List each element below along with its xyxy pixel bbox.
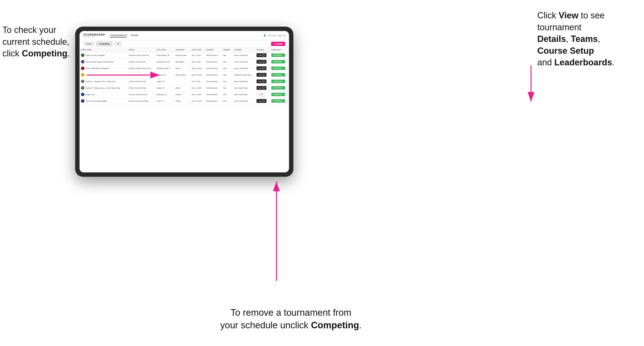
col-gender: GENDER xyxy=(222,48,233,52)
competing-button[interactable]: Competing ✓ xyxy=(271,93,286,96)
division-cell: NCAA Division I xyxy=(205,91,222,98)
tab-competing[interactable]: Competing xyxy=(96,42,112,46)
date-cell: Sep 18, 2023 xyxy=(190,72,205,78)
venue-cell: Trinity Forest Golf Club xyxy=(127,85,155,91)
nav-link-tournaments[interactable]: TOURNAMENTS xyxy=(110,34,127,37)
col-actions: ACTIONS xyxy=(255,48,270,52)
edit-button[interactable]: ✏ Edit xyxy=(256,93,265,96)
scoring-cell: team, Stroke Play xyxy=(233,98,255,104)
annotation-top-right: Click View to seetournamentDetails, Team… xyxy=(537,10,639,68)
competing-button[interactable]: Competing ✓ xyxy=(271,60,286,63)
division-cell: NCAA Division I xyxy=(205,98,222,104)
view-button[interactable]: View i xyxy=(256,79,266,83)
event-name: Folds of Honor Collegiate xyxy=(86,54,105,56)
annotation-bottom: To remove a tournament fromyour schedule… xyxy=(208,307,374,332)
team-logo: J xyxy=(81,80,84,83)
view-button[interactable]: View i xyxy=(256,66,266,70)
view-button[interactable]: View i xyxy=(256,73,266,77)
event-name: Copper Cup xyxy=(86,94,95,95)
info-icon: i xyxy=(262,80,265,83)
col-division: DIVISION xyxy=(205,48,222,52)
event-cell: F Folds of Honor Collegiate xyxy=(80,52,127,59)
event-cell: J Jackson T. Stephens Cup – Men's Match … xyxy=(80,85,127,91)
date-cell: Sep 9, 2023 xyxy=(190,59,205,65)
event-cell: J Jackson T. Stephens Cup – Stroke Play xyxy=(80,78,127,85)
event-name: John A. Burns Intercollegiate xyxy=(86,100,107,102)
nav-links: TOURNAMENTS TEAMS xyxy=(110,34,258,37)
scoring-cell: team, Match Play xyxy=(233,85,255,91)
hosted-cell: Arizona State xyxy=(174,72,190,78)
event-name: 2023 Sahalee Players Championship xyxy=(86,61,114,63)
competing-button[interactable]: Competing ✓ xyxy=(271,73,286,76)
competing-button[interactable]: Competing ✓ xyxy=(271,80,286,83)
competing-button[interactable]: Competing ✓ xyxy=(271,86,286,90)
hosted-cell: Illinois xyxy=(174,65,190,72)
team-logo: W xyxy=(81,60,84,63)
team-logo: H xyxy=(81,99,84,103)
competing-cell: Competing ✓ xyxy=(270,98,289,104)
view-button[interactable]: View i xyxy=(256,99,266,103)
hosted-cell: ABAC xyxy=(174,85,190,91)
info-icon: i xyxy=(262,60,265,63)
event-cell: A Copper Cup xyxy=(80,91,127,98)
date-cell: Sep 15, 2023 xyxy=(190,65,205,72)
competing-cell: Competing ✓ xyxy=(270,59,289,65)
view-button[interactable]: View i xyxy=(256,53,266,57)
col-hosted-by: HOSTED BY xyxy=(174,48,190,52)
actions-cell: View i xyxy=(255,78,270,85)
competing-button[interactable]: Competing ✓ xyxy=(271,67,286,70)
division-cell: NCAA Division I xyxy=(205,65,222,72)
view-button[interactable]: View i xyxy=(256,60,266,64)
user-icon: 👤 xyxy=(264,34,266,36)
competing-cell: Competing ✓ xyxy=(270,85,289,91)
scoring-cell: team, Stroke Play xyxy=(233,59,255,65)
col-scoring: SCORING xyxy=(233,48,255,52)
actions-cell: View i xyxy=(255,98,270,104)
date-cell: Feb 15, 2024 xyxy=(190,98,205,104)
city-cell: Sammamish, WA xyxy=(155,59,174,65)
event-cell: W 2023 Sahalee Players Championship xyxy=(80,59,127,65)
col-start-date: START DATE xyxy=(190,48,205,52)
info-icon: i xyxy=(262,54,265,56)
division-cell: NCAA Division I xyxy=(205,72,222,78)
gender-cell: Men xyxy=(222,72,233,78)
venue-cell: Ocean Course At Hokuala xyxy=(127,98,155,104)
scoring-cell: team, Match Play xyxy=(233,91,255,98)
event-name: Papago Individual xyxy=(86,74,99,76)
table-row: J Jackson T. Stephens Cup – Stroke Play … xyxy=(80,78,289,85)
nav-link-teams[interactable]: TEAMS xyxy=(131,34,138,37)
nav-bar: SCOREBOARD Powered by clippi TOURNAMENTS… xyxy=(80,31,289,40)
tournaments-table: EVENT NAME VENUE CITY, STATE HOSTED BY S… xyxy=(80,48,289,104)
city-cell: Dallas, TX xyxy=(155,85,174,91)
hosted-cell: Arizona xyxy=(174,91,190,98)
view-button[interactable]: View i xyxy=(256,86,266,90)
col-competing: COMPETING xyxy=(270,48,289,52)
tab-all[interactable]: All xyxy=(114,42,122,46)
event-cell: I OFCC Fighting Illini Invitational xyxy=(80,65,127,72)
info-icon: i xyxy=(262,100,265,102)
event-cell: H John A. Burns Intercollegiate xyxy=(80,98,127,104)
actions-cell: View i xyxy=(255,59,270,65)
sign-out-link[interactable]: Sign out xyxy=(278,34,285,36)
team-logo: J xyxy=(81,86,84,90)
scoring-cell: team, Stroke Play xyxy=(233,78,255,85)
col-event-name: EVENT NAME xyxy=(80,48,127,52)
city-cell: Olympia Fields, IL xyxy=(155,65,174,72)
table-header-row: EVENT NAME VENUE CITY, STATE HOSTED BY S… xyxy=(80,48,289,52)
venue-cell: Trinity Forest Golf Club xyxy=(127,78,155,85)
col-venue: VENUE xyxy=(127,48,155,52)
venue-cell: American Dunes Golf Club xyxy=(127,52,155,59)
division-cell: NCAA Division I xyxy=(205,78,222,85)
competing-button[interactable]: Competing ✓ xyxy=(271,99,286,103)
competing-cell: Competing ✓ xyxy=(270,72,289,78)
competing-button[interactable]: Competing ✓ xyxy=(271,53,286,57)
tablet-screen: SCOREBOARD Powered by clippi TOURNAMENTS… xyxy=(80,31,289,173)
tab-home[interactable]: Home xyxy=(84,42,94,46)
date-cell: Oct 9, 2023 xyxy=(190,78,205,85)
table-row: J Jackson T. Stephens Cup – Men's Match … xyxy=(80,85,289,91)
create-button[interactable]: + Create xyxy=(271,42,285,46)
event-cell: P Papago Individual xyxy=(80,72,127,78)
tablet-device: SCOREBOARD Powered by clippi TOURNAMENTS… xyxy=(75,27,294,177)
gender-cell: Men xyxy=(222,91,233,98)
actions-cell: ✏ Edit xyxy=(255,91,270,98)
